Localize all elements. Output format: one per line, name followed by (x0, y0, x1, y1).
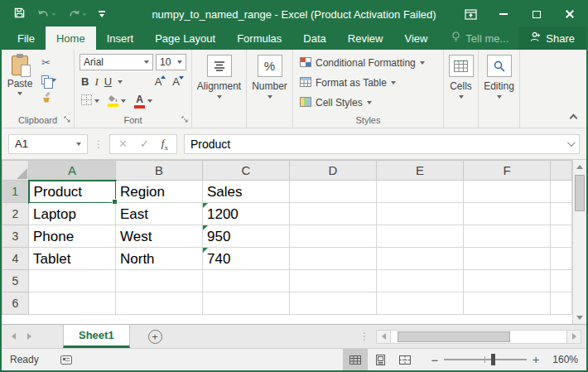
cell-partial-row-3[interactable] (551, 225, 572, 248)
format-as-table-button[interactable]: Format as Table (293, 73, 443, 93)
share-button[interactable]: Share (518, 27, 586, 50)
cell-C6[interactable] (203, 292, 290, 315)
cell-C5[interactable] (203, 270, 290, 292)
redo-dropdown-icon[interactable] (82, 13, 87, 16)
cell-A4[interactable]: Tablet (29, 248, 116, 270)
borders-button[interactable] (81, 94, 99, 109)
cell-C4[interactable]: 740 (203, 248, 290, 270)
column-header-A[interactable]: A (29, 161, 116, 181)
save-icon[interactable] (13, 7, 26, 22)
editing-button[interactable]: Editing (479, 50, 519, 128)
paste-button[interactable]: Paste (2, 53, 38, 113)
cell-D6[interactable] (290, 292, 377, 315)
horizontal-scroll-thumb[interactable] (398, 331, 510, 342)
cell-A1[interactable]: Product (29, 181, 116, 203)
select-all-corner[interactable] (2, 161, 29, 181)
cell-E4[interactable] (377, 248, 464, 270)
row-header-2[interactable]: 2 (2, 203, 29, 225)
normal-view-button[interactable] (343, 349, 368, 371)
zoom-level[interactable]: 160% (542, 354, 578, 365)
cancel-icon[interactable]: ✕ (118, 138, 128, 150)
cell-styles-button[interactable]: Cell Styles (293, 93, 443, 113)
tab-file[interactable]: File (7, 27, 46, 50)
tab-view[interactable]: View (393, 27, 438, 50)
formula-input[interactable]: Product (184, 134, 580, 154)
cells-button[interactable]: Cells (444, 50, 478, 128)
name-box[interactable]: A1 (8, 134, 88, 154)
cell-B1[interactable]: Region (116, 181, 203, 203)
tab-home[interactable]: Home (46, 27, 96, 50)
increase-font-size-button[interactable]: A (155, 75, 162, 88)
cell-F2[interactable] (464, 203, 551, 225)
tab-page-layout[interactable]: Page Layout (144, 27, 226, 50)
collapse-ribbon-icon[interactable] (570, 114, 578, 123)
row-header-6[interactable]: 6 (2, 292, 29, 315)
maximize-button[interactable] (520, 2, 553, 27)
decrease-font-size-button[interactable]: A (172, 75, 180, 88)
previous-sheet-icon[interactable] (12, 333, 16, 340)
insert-function-icon[interactable]: fx (161, 137, 168, 152)
font-dialog-launcher-icon[interactable] (181, 114, 188, 124)
horizontal-scrollbar[interactable] (376, 330, 581, 344)
zoom-slider[interactable] (444, 359, 527, 360)
cell-C3[interactable]: 950 (203, 225, 290, 248)
column-header-E[interactable]: E (377, 161, 464, 181)
column-header-F[interactable]: F (464, 161, 551, 181)
fill-color-button[interactable] (108, 95, 126, 107)
paste-dropdown-icon[interactable] (17, 92, 22, 95)
cell-D4[interactable] (290, 248, 377, 270)
cell-D5[interactable] (290, 270, 377, 292)
minimize-button[interactable] (487, 2, 520, 27)
scroll-up-icon[interactable] (573, 160, 586, 173)
font-name-select[interactable]: Arial (80, 54, 153, 70)
italic-button[interactable]: I (94, 75, 98, 89)
cell-E1[interactable] (377, 181, 464, 203)
page-layout-view-button[interactable] (368, 349, 393, 371)
cell-F5[interactable] (464, 270, 551, 292)
scroll-down-icon[interactable] (573, 311, 586, 324)
cell-B5[interactable] (116, 270, 203, 292)
undo-dropdown-icon[interactable] (51, 13, 56, 16)
cell-partial-row-4[interactable] (551, 248, 572, 270)
cell-B2[interactable]: East (116, 203, 203, 225)
new-sheet-icon[interactable]: + (148, 330, 162, 344)
zoom-out-icon[interactable]: − (429, 353, 441, 367)
cell-B3[interactable]: West (116, 225, 203, 248)
cell-partial-row-5[interactable] (551, 270, 572, 292)
tab-data[interactable]: Data (292, 27, 336, 50)
cell-E6[interactable] (377, 292, 464, 315)
bold-button[interactable]: B (81, 75, 89, 88)
enter-check-icon[interactable]: ✓ (140, 138, 149, 150)
cell-partial-row-1[interactable] (551, 181, 572, 203)
cell-E3[interactable] (377, 225, 464, 248)
column-header-B[interactable]: B (116, 161, 203, 181)
cell-A2[interactable]: Laptop (29, 203, 116, 225)
column-header-D[interactable]: D (290, 161, 377, 181)
cell-E2[interactable] (377, 203, 464, 225)
clipboard-dialog-launcher-icon[interactable] (64, 114, 70, 124)
next-sheet-icon[interactable] (27, 333, 31, 340)
cell-B6[interactable] (116, 292, 203, 315)
format-painter-button[interactable] (38, 89, 60, 105)
font-color-button[interactable]: A (134, 94, 152, 109)
cell-F3[interactable] (464, 225, 551, 248)
page-break-preview-button[interactable] (393, 349, 417, 371)
cell-A6[interactable] (29, 292, 116, 315)
cell-F6[interactable] (464, 292, 551, 315)
cell-D3[interactable] (290, 225, 377, 248)
conditional-formatting-button[interactable]: Conditional Formatting (293, 53, 443, 73)
macro-record-icon[interactable] (60, 355, 72, 365)
tab-insert[interactable]: Insert (96, 27, 145, 50)
customize-qat-icon[interactable] (99, 11, 105, 17)
vertical-scroll-thumb[interactable] (575, 175, 585, 211)
cell-F4[interactable] (464, 248, 551, 270)
expand-formula-bar-icon[interactable] (567, 138, 576, 147)
scroll-right-icon[interactable] (567, 331, 581, 343)
sheet-tab-sheet1[interactable]: Sheet1 (63, 325, 130, 348)
column-header-C[interactable]: C (203, 161, 290, 181)
scroll-left-icon[interactable] (377, 331, 390, 343)
zoom-slider-handle[interactable] (491, 354, 495, 365)
redo-button[interactable] (68, 9, 87, 19)
vertical-scrollbar[interactable] (572, 160, 586, 324)
cell-D2[interactable] (290, 203, 377, 225)
